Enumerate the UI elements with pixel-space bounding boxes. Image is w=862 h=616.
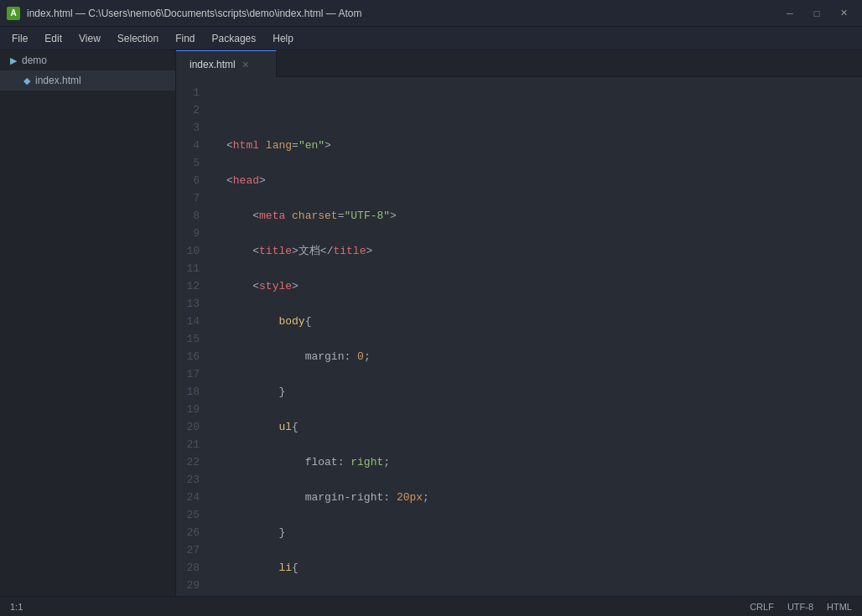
menu-help[interactable]: Help	[264, 29, 302, 48]
code-line: <head>	[226, 172, 862, 189]
menu-selection[interactable]: Selection	[109, 29, 167, 48]
encoding[interactable]: UTF-8	[787, 602, 813, 612]
menu-find[interactable]: Find	[167, 29, 203, 48]
code-line: list-style: none;	[226, 594, 862, 596]
window-controls: ─ □ ✕	[778, 4, 855, 23]
editor-area: index.html × 1 2 3 4 5 6 7 8 9 10 11 12 …	[176, 50, 862, 596]
code-line: <style>	[226, 277, 862, 295]
sidebar: ▶ demo ◆ index.html	[0, 50, 176, 596]
code-line: margin-right: 20px;	[226, 489, 862, 506]
minimize-button[interactable]: ─	[778, 4, 802, 23]
titlebar: A index.html — C:\Users\nemo6\Documents\…	[0, 0, 862, 27]
menubar: File Edit View Selection Find Packages H…	[0, 27, 862, 50]
file-label: index.html	[35, 75, 81, 86]
close-button[interactable]: ✕	[832, 4, 855, 23]
line-ending[interactable]: CRLF	[750, 602, 774, 612]
code-editor[interactable]: 1 2 3 4 5 6 7 8 9 10 11 12 13 14 15 16 1…	[176, 77, 862, 596]
status-left: 1:1	[10, 602, 23, 612]
cursor-position: 1:1	[10, 602, 23, 612]
status-right: CRLF UTF-8 HTML	[750, 602, 852, 612]
code-line: <title>文档</title>	[226, 242, 862, 260]
main-area: ▶ demo ◆ index.html index.html × 1 2 3 4…	[0, 50, 862, 596]
code-line: float: right;	[226, 453, 862, 471]
code-line: ul{	[226, 418, 862, 436]
window-title: index.html — C:\Users\nemo6\Documents\sc…	[27, 8, 778, 19]
tab-close-icon[interactable]: ×	[242, 59, 249, 70]
code-line: <meta charset="UTF-8">	[226, 207, 862, 225]
menu-edit[interactable]: Edit	[36, 29, 70, 48]
menu-file[interactable]: File	[3, 29, 36, 48]
menu-packages[interactable]: Packages	[204, 29, 265, 48]
file-icon: ◆	[23, 75, 30, 86]
tab-label: index.html	[190, 59, 236, 70]
code-line	[226, 101, 862, 119]
code-line: }	[226, 383, 862, 401]
code-line: li{	[226, 559, 862, 577]
folder-icon: ▶	[10, 55, 17, 66]
maximize-button[interactable]: □	[805, 4, 828, 23]
tab-bar: index.html ×	[176, 50, 862, 77]
sidebar-folder-demo[interactable]: ▶ demo	[0, 50, 175, 70]
code-content[interactable]: <html lang="en"> <head> <meta charset="U…	[213, 77, 862, 596]
menu-view[interactable]: View	[70, 29, 109, 48]
folder-label: demo	[22, 54, 47, 66]
line-numbers: 1 2 3 4 5 6 7 8 9 10 11 12 13 14 15 16 1…	[176, 77, 213, 596]
sidebar-file-index[interactable]: ◆ index.html	[0, 70, 175, 91]
statusbar: 1:1 CRLF UTF-8 HTML	[0, 596, 862, 616]
code-line: <html lang="en">	[226, 137, 862, 154]
language[interactable]: HTML	[827, 602, 852, 612]
app-icon: A	[7, 7, 20, 20]
tab-index-html[interactable]: index.html ×	[176, 50, 277, 77]
code-line: body{	[226, 313, 862, 330]
code-line: }	[226, 524, 862, 541]
code-line: margin: 0;	[226, 348, 862, 365]
